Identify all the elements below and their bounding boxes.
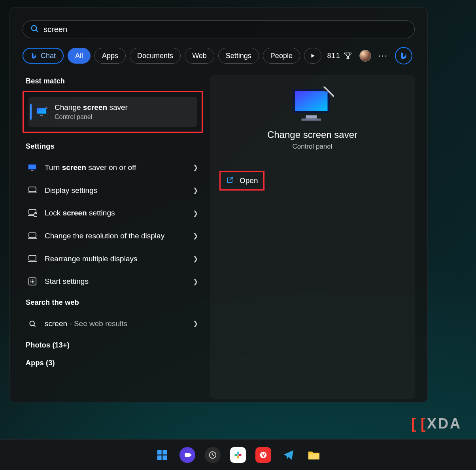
svg-point-16 — [30, 281, 31, 282]
taskbar-slack[interactable] — [230, 447, 246, 463]
svg-point-22 — [30, 321, 34, 326]
bing-icon — [30, 52, 38, 59]
filter-apps[interactable]: Apps — [94, 48, 126, 64]
svg-rect-31 — [185, 453, 190, 457]
svg-rect-5 — [28, 164, 36, 169]
laptop-icon — [27, 255, 38, 262]
filter-settings[interactable]: Settings — [218, 48, 259, 64]
rewards-points[interactable]: 811 — [327, 51, 352, 60]
svg-point-14 — [32, 279, 33, 280]
best-match-title: Change screen saver — [55, 103, 128, 112]
taskbar-clock[interactable] — [205, 447, 221, 463]
best-match-header: Best match — [26, 77, 203, 85]
monitor-icon — [36, 107, 48, 117]
monitor-large-icon — [291, 87, 334, 122]
search-icon — [30, 24, 39, 34]
svg-rect-9 — [34, 214, 37, 217]
svg-rect-2 — [37, 108, 46, 114]
svg-rect-6 — [31, 170, 33, 171]
settings-item-display[interactable]: Display settings ❯ — [23, 179, 203, 202]
chevron-right-icon: ❯ — [193, 278, 198, 285]
svg-rect-10 — [29, 233, 36, 238]
preview-title: Change screen saver — [267, 129, 357, 140]
bing-icon — [399, 51, 408, 60]
svg-rect-33 — [237, 451, 239, 455]
taskbar-explorer[interactable] — [306, 447, 322, 463]
taskbar-vivaldi[interactable] — [255, 447, 271, 463]
laptop-icon — [27, 232, 38, 240]
taskbar-telegram[interactable] — [281, 447, 297, 463]
svg-point-20 — [32, 282, 33, 283]
taskbar-start[interactable] — [154, 447, 170, 463]
laptop-icon — [27, 187, 38, 194]
svg-rect-28 — [162, 450, 167, 455]
svg-rect-35 — [237, 455, 239, 459]
chevron-right-icon: ❯ — [193, 320, 198, 327]
more-icon[interactable]: ··· — [378, 51, 388, 61]
settings-item-start[interactable]: Start settings ❯ — [23, 270, 203, 293]
settings-header: Settings — [26, 142, 203, 151]
chevron-right-icon: ❯ — [193, 255, 198, 262]
taskbar-teams[interactable] — [179, 447, 195, 463]
search-icon — [27, 320, 38, 328]
chevron-right-icon: ❯ — [193, 164, 198, 171]
filter-chat[interactable]: Chat — [23, 48, 64, 64]
search-input[interactable] — [43, 25, 407, 34]
svg-rect-3 — [40, 115, 43, 116]
svg-rect-30 — [162, 455, 167, 460]
svg-rect-27 — [157, 450, 162, 455]
settings-item-resolution[interactable]: Change the resolution of the display ❯ — [23, 225, 203, 247]
svg-rect-36 — [238, 454, 242, 456]
play-icon — [310, 53, 315, 59]
search-box[interactable] — [23, 20, 415, 38]
chevron-right-icon: ❯ — [193, 210, 198, 217]
open-button[interactable]: Open — [219, 171, 264, 191]
svg-rect-25 — [306, 115, 317, 119]
filter-chat-label: Chat — [41, 52, 56, 60]
filter-all[interactable]: All — [68, 48, 91, 64]
svg-rect-26 — [302, 119, 321, 121]
filter-row: Chat All Apps Documents Web Settings Peo… — [23, 47, 415, 64]
settings-item-rearrange[interactable]: Rearrange multiple displays ❯ — [23, 247, 203, 270]
apps-header[interactable]: Apps (3) — [26, 359, 203, 367]
annotation-best-match: Change screen saver Control panel — [23, 91, 203, 133]
filter-more[interactable] — [304, 48, 321, 64]
svg-point-21 — [33, 282, 34, 283]
best-match-item[interactable]: Change screen saver Control panel — [28, 97, 197, 127]
open-label: Open — [240, 176, 258, 185]
svg-rect-7 — [29, 187, 36, 192]
user-avatar[interactable] — [359, 50, 371, 62]
svg-rect-38 — [308, 454, 319, 459]
svg-point-19 — [30, 282, 31, 283]
preview-subtitle: Control panel — [292, 143, 332, 151]
web-search-item[interactable]: screen - See web results ❯ — [23, 312, 203, 335]
settings-item-lockscreen[interactable]: Lock screen settings ❯ — [23, 202, 203, 225]
chevron-right-icon: ❯ — [193, 232, 198, 240]
best-match-subtitle: Control panel — [55, 113, 128, 121]
open-external-icon — [226, 176, 234, 185]
search-panel: Chat All Apps Documents Web Settings Peo… — [9, 7, 428, 402]
trophy-icon — [344, 51, 352, 60]
svg-point-15 — [33, 279, 34, 280]
bing-chat-button[interactable] — [395, 47, 412, 64]
svg-rect-11 — [29, 255, 36, 260]
filter-web[interactable]: Web — [185, 48, 214, 64]
svg-point-13 — [30, 279, 31, 280]
filter-documents[interactable]: Documents — [130, 48, 181, 64]
grid-icon — [27, 277, 38, 286]
taskbar — [0, 439, 476, 470]
svg-rect-34 — [234, 454, 238, 456]
svg-point-17 — [32, 281, 33, 282]
preview-pane: Change screen saver Control panel Open — [210, 75, 415, 399]
laptop-lock-icon — [27, 209, 38, 217]
svg-rect-29 — [157, 455, 162, 460]
web-header: Search the web — [26, 298, 203, 307]
svg-point-18 — [33, 281, 34, 282]
settings-item-screensaver-toggle[interactable]: Turn screen saver on or off ❯ — [23, 156, 203, 179]
svg-rect-24 — [295, 91, 328, 111]
monitor-icon — [27, 164, 38, 172]
photos-header[interactable]: Photos (13+) — [26, 341, 203, 349]
watermark: [] XDA — [411, 415, 462, 432]
filter-people[interactable]: People — [263, 48, 300, 64]
chevron-right-icon: ❯ — [193, 187, 198, 194]
